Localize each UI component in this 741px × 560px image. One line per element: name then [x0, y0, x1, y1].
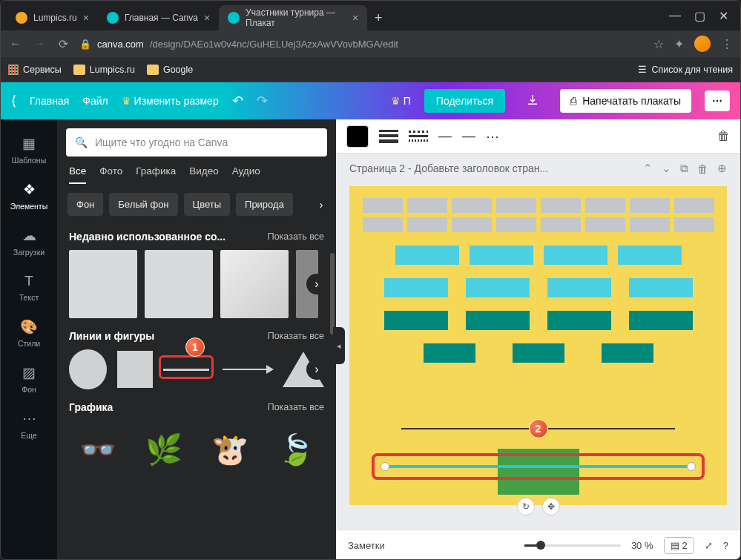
close-icon[interactable]: × [204, 12, 210, 24]
add-page-icon[interactable]: ⊕ [717, 162, 727, 175]
canvas[interactable]: 2 ↻ ✥ [336, 183, 740, 530]
page-count[interactable]: ▤2 [664, 537, 694, 554]
close-icon[interactable]: ✕ [719, 9, 728, 23]
chevron-right-icon[interactable]: › [306, 359, 327, 380]
rail-text[interactable]: TТекст [1, 265, 57, 310]
shape-square[interactable] [117, 351, 153, 388]
annotation-badge-2: 2 [529, 419, 548, 438]
share-button[interactable]: Поделиться [424, 89, 505, 113]
rotate-icon[interactable]: ↻ [517, 498, 535, 515]
rail-elements[interactable]: ❖Элементы [1, 173, 57, 219]
star-icon[interactable]: ☆ [653, 37, 664, 51]
tab-lumpics[interactable]: Lumpics.ru × [7, 5, 98, 30]
search-input[interactable]: 🔍 Ищите что угодно на Canva [66, 128, 327, 157]
folder-icon [73, 65, 85, 75]
line-style-icon[interactable] [409, 128, 428, 145]
reload-icon[interactable]: ⟳ [56, 37, 70, 51]
graphic-item[interactable]: 🌿 [135, 421, 192, 478]
nav-file[interactable]: Файл [82, 95, 108, 107]
browser-titlebar: Lumpics.ru × Главная — Canva × Участники… [1, 1, 740, 30]
tab-photo[interactable]: Фото [99, 165, 122, 184]
tab-canva-home[interactable]: Главная — Canva × [98, 5, 219, 30]
line-end-icon[interactable]: — [462, 128, 475, 144]
favicon [16, 12, 27, 24]
bookmark-google[interactable]: Google [147, 65, 193, 75]
fullscreen-icon[interactable]: ⤢ [705, 540, 713, 551]
chevron-right-icon[interactable]: › [311, 194, 332, 215]
bookmark-lumpics[interactable]: Lumpics.ru [73, 65, 135, 75]
duplicate-icon[interactable]: ⧉ [680, 162, 688, 175]
more-button[interactable]: ⋯ [705, 90, 730, 111]
close-icon[interactable]: × [83, 12, 89, 24]
new-tab-button[interactable]: + [367, 5, 390, 30]
delete-page-icon[interactable]: 🗑 [697, 162, 708, 175]
rail-uploads[interactable]: ☁Загрузки [1, 219, 57, 265]
notes-button[interactable]: Заметки [348, 540, 385, 551]
pro-badge[interactable]: ♛П [391, 95, 411, 107]
show-all-link[interactable]: Показать все [268, 331, 324, 341]
zoom-value[interactable]: 30 % [631, 540, 653, 551]
back-chevron-icon[interactable]: ⟨ [11, 93, 16, 109]
cloud-icon: ☁ [22, 227, 36, 244]
recent-thumb[interactable] [220, 250, 289, 318]
page-title[interactable]: Страница 2 - Добавьте заголовок стран... [349, 162, 634, 174]
color-swatch[interactable] [346, 125, 369, 148]
chip-bg[interactable]: Фон [67, 193, 103, 216]
recent-thumb[interactable] [69, 250, 137, 318]
resize-button[interactable]: Изменить размер [122, 95, 219, 107]
help-icon[interactable]: ? [723, 540, 728, 551]
chip-nature[interactable]: Природа [236, 193, 293, 216]
text-icon: T [24, 273, 33, 289]
reading-list[interactable]: ☰Список для чтения [638, 64, 733, 75]
chip-flowers[interactable]: Цветы [184, 193, 230, 216]
resize-handle[interactable] [687, 462, 696, 471]
graphic-item[interactable]: 🐮 [201, 421, 258, 478]
tab-canva-design[interactable]: Участники турнира — Плакат × [219, 5, 367, 30]
bookmark-services[interactable]: Сервисы [8, 65, 62, 75]
undo-icon[interactable]: ↶ [232, 93, 243, 109]
selected-line[interactable] [383, 465, 693, 468]
profile-avatar[interactable] [694, 36, 711, 52]
chevron-up-icon[interactable]: ⌃ [643, 162, 653, 175]
recent-thumb[interactable] [145, 250, 213, 318]
tab-audio[interactable]: Аудио [232, 165, 260, 184]
graphic-item[interactable]: 🍃 [267, 421, 324, 478]
tab-all[interactable]: Все [69, 165, 86, 184]
url-field[interactable]: 🔒 canva.com/design/DAEo1w0v4nc/GuHELUej3… [79, 39, 645, 50]
shape-circle[interactable] [69, 349, 107, 389]
minimize-icon[interactable]: — [669, 9, 681, 23]
tab-video[interactable]: Видео [189, 165, 218, 184]
move-icon[interactable]: ✥ [542, 498, 560, 515]
show-all-link[interactable]: Показать все [268, 231, 324, 242]
print-button[interactable]: ⎙Напечатать плакаты [560, 89, 691, 113]
show-all-link[interactable]: Показать все [268, 402, 324, 412]
nav-home[interactable]: Главная [30, 95, 69, 107]
scrollbar[interactable] [330, 253, 335, 335]
rail-templates[interactable]: ▦Шаблоны [1, 127, 57, 173]
download-button[interactable] [518, 89, 547, 113]
zoom-slider[interactable] [524, 544, 621, 547]
rail-background[interactable]: ▨Фон [1, 356, 57, 402]
delete-icon[interactable]: 🗑 [717, 129, 730, 144]
maximize-icon[interactable]: ▢ [694, 9, 705, 23]
back-icon[interactable]: ← [8, 37, 23, 50]
more-options-icon[interactable]: ⋯ [486, 128, 499, 145]
line-start-icon[interactable]: — [438, 128, 452, 144]
address-bar: ← → ⟳ 🔒 canva.com/design/DAEo1w0v4nc/GuH… [1, 30, 740, 57]
shape-arrow[interactable] [223, 369, 272, 370]
menu-icon[interactable]: ⋮ [721, 37, 733, 51]
tab-graphics[interactable]: Графика [136, 165, 176, 184]
annotation-badge-1: 1 [185, 337, 205, 357]
chip-whitebg[interactable]: Белый фон [109, 193, 177, 216]
rail-more[interactable]: ⋯Еще [1, 402, 57, 448]
close-icon[interactable]: × [352, 12, 358, 24]
chevron-down-icon[interactable]: ⌄ [662, 162, 671, 175]
redo-icon[interactable]: ↷ [257, 93, 268, 109]
line-weight-icon[interactable] [379, 128, 398, 145]
graphic-item[interactable]: 👓 [69, 421, 126, 478]
resize-handle[interactable] [381, 462, 389, 471]
poster-design[interactable]: 2 ↻ ✥ [349, 186, 727, 505]
extension-icon[interactable]: ✦ [674, 37, 684, 51]
rail-styles[interactable]: 🎨Стили [1, 310, 57, 356]
chevron-right-icon[interactable]: › [306, 274, 327, 294]
